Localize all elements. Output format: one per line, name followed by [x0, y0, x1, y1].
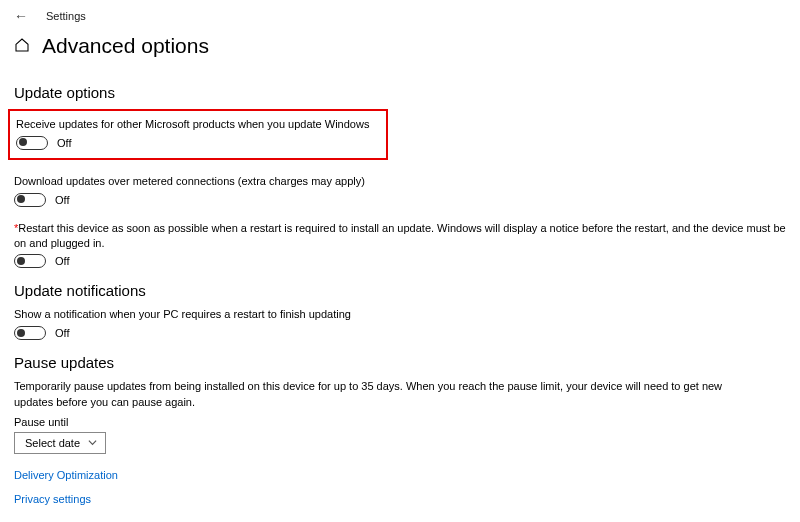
page-title: Advanced options	[42, 34, 209, 58]
section-heading-update-options: Update options	[14, 84, 786, 101]
option-label: Receive updates for other Microsoft prod…	[16, 117, 378, 132]
pause-until-select[interactable]: Select date	[14, 432, 106, 454]
app-name: Settings	[46, 10, 86, 22]
toggle-auto-restart[interactable]	[14, 254, 46, 268]
section-heading-pause-updates: Pause updates	[14, 354, 786, 371]
toggle-notification[interactable]	[14, 326, 46, 340]
option-restart-notification: Show a notification when your PC require…	[14, 307, 786, 340]
toggle-metered[interactable]	[14, 193, 46, 207]
toggle-receive-updates[interactable]	[16, 136, 48, 150]
link-privacy-settings[interactable]: Privacy settings	[14, 493, 91, 505]
toggle-state: Off	[57, 137, 71, 149]
select-value: Select date	[25, 437, 80, 449]
option-label: Download updates over metered connection…	[14, 174, 786, 189]
option-auto-restart: *Restart this device as soon as possible…	[14, 221, 786, 269]
home-icon[interactable]	[14, 37, 30, 56]
option-label: *Restart this device as soon as possible…	[14, 221, 786, 251]
toggle-state: Off	[55, 327, 69, 339]
option-metered-connections: Download updates over metered connection…	[14, 174, 786, 207]
toggle-state: Off	[55, 194, 69, 206]
toggle-state: Off	[55, 255, 69, 267]
chevron-down-icon	[88, 437, 97, 449]
option-receive-updates-ms-products: Receive updates for other Microsoft prod…	[8, 109, 388, 160]
back-button[interactable]: ←	[14, 8, 28, 24]
section-heading-update-notifications: Update notifications	[14, 282, 786, 299]
pause-until-label: Pause until	[14, 416, 786, 428]
link-delivery-optimization[interactable]: Delivery Optimization	[14, 469, 118, 481]
option-label: Show a notification when your PC require…	[14, 307, 786, 322]
pause-description: Temporarily pause updates from being ins…	[14, 379, 734, 410]
